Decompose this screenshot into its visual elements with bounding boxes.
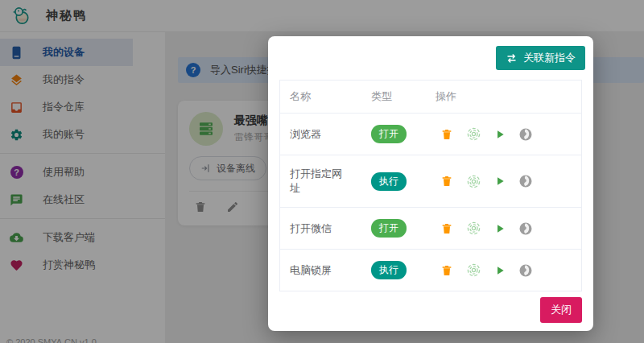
delete-command-icon[interactable]	[440, 175, 453, 188]
type-badge: 打开	[371, 219, 407, 238]
globe-icon[interactable]	[518, 127, 533, 142]
link-new-command-button[interactable]: 关联新指令	[496, 46, 585, 70]
fingerprint-icon[interactable]	[466, 174, 481, 189]
table-header-row: 名称 类型 操作	[280, 81, 581, 113]
type-badge: 执行	[371, 261, 407, 279]
command-name: 浏览器	[280, 116, 361, 153]
globe-icon[interactable]	[518, 221, 533, 236]
table-row: 电脑锁屏 执行	[280, 249, 581, 291]
sync-icon	[506, 52, 518, 64]
table-row: 打开微信 打开	[280, 207, 581, 249]
app-window: 神秘鸭 我的设备 我的指令 指令仓库	[0, 0, 644, 343]
command-name: 打开指定网址	[280, 155, 361, 207]
fingerprint-icon[interactable]	[466, 221, 481, 236]
globe-icon[interactable]	[518, 263, 533, 278]
column-header-name: 名称	[280, 81, 361, 113]
fingerprint-icon[interactable]	[466, 262, 481, 278]
type-badge: 打开	[371, 125, 407, 143]
run-command-icon[interactable]	[494, 129, 506, 140]
column-header-actions: 操作	[426, 81, 581, 113]
type-badge: 执行	[371, 172, 407, 191]
fingerprint-icon[interactable]	[466, 126, 481, 142]
commands-table: 名称 类型 操作 浏览器 打开 打开指定网址	[279, 80, 582, 291]
delete-command-icon[interactable]	[440, 222, 453, 235]
run-command-icon[interactable]	[494, 176, 506, 187]
globe-icon[interactable]	[518, 174, 533, 188]
run-command-icon[interactable]	[494, 223, 506, 234]
column-header-type: 类型	[361, 81, 426, 113]
command-name: 电脑锁屏	[280, 252, 361, 289]
linked-commands-dialog: 关联新指令 名称 类型 操作 浏览器 打开	[268, 36, 593, 331]
run-command-icon[interactable]	[494, 265, 506, 276]
delete-command-icon[interactable]	[440, 264, 453, 277]
close-dialog-button[interactable]: 关闭	[540, 297, 582, 323]
table-row: 浏览器 打开	[280, 113, 581, 155]
delete-command-icon[interactable]	[440, 128, 453, 141]
command-name: 打开微信	[280, 210, 361, 247]
table-row: 打开指定网址 执行	[280, 155, 581, 207]
